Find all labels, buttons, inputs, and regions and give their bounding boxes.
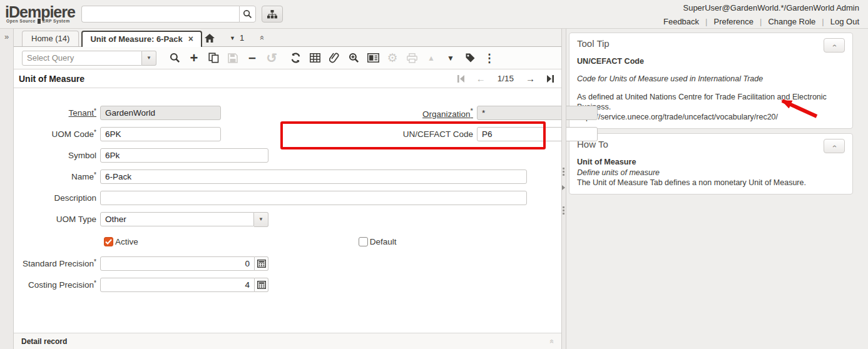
copy-record-button[interactable] [205, 50, 222, 66]
uncefact-code-field[interactable] [477, 127, 598, 141]
global-search [81, 6, 256, 23]
page-title: Unit of Measure [19, 74, 84, 84]
label-button[interactable] [462, 50, 478, 66]
attachment-button[interactable] [326, 50, 342, 66]
select-query-dropdown-button[interactable]: ▼ [142, 51, 156, 66]
east-splitter[interactable] [561, 29, 566, 349]
delete-record-button[interactable]: − [244, 50, 260, 66]
splitter-grip [563, 206, 564, 215]
undo-icon: ↺ [266, 51, 277, 66]
gear-icon: ⚙ [387, 51, 397, 65]
record-navigation: ← 1/15 → [457, 73, 554, 84]
change-role-link[interactable]: Change Role [768, 17, 815, 26]
default-checkbox[interactable] [359, 237, 368, 246]
standard-precision-label: Standard Precision* [14, 259, 100, 268]
tab-unit-of-measure[interactable]: Unit of Measure: 6-Pack × [81, 31, 202, 47]
description-field[interactable] [100, 191, 527, 205]
howto-heading: Unit of Measure [577, 157, 845, 167]
detail-collapse-icon[interactable]: » [548, 339, 556, 343]
expand-west-icon[interactable]: » [4, 32, 9, 41]
logo-title: iDempiere [5, 4, 75, 20]
symbol-label: Symbol [14, 151, 100, 160]
howto-body: The Unit of Measure Tab defines a non mo… [577, 178, 845, 188]
new-record-button[interactable]: + [186, 50, 202, 66]
calculator-icon [257, 260, 266, 268]
home-icon[interactable] [205, 34, 215, 43]
chevron-up-icon: › [830, 44, 839, 47]
howto-card: How To › Unit of Measure Define units of… [569, 133, 853, 195]
uom-type-field[interactable] [100, 212, 254, 226]
tenant-field[interactable] [100, 106, 221, 120]
more-actions-button[interactable]: ⋮ [481, 50, 498, 66]
first-record-button[interactable] [457, 75, 464, 83]
search-icon [170, 53, 180, 63]
top-header: iDempiere Open Source ERP System SuperUs… [0, 0, 868, 29]
paperclip-icon [329, 53, 339, 63]
costing-precision-calculator-button[interactable] [255, 278, 268, 292]
logout-link[interactable]: Log Out [830, 17, 859, 26]
zoom-across-button[interactable] [345, 50, 362, 66]
standard-precision-calculator-button[interactable] [255, 256, 268, 271]
global-search-input[interactable] [81, 6, 239, 23]
close-tab-icon[interactable]: × [188, 36, 193, 43]
window-content: Unit of Measure ← 1/15 → Tenant* [14, 69, 561, 349]
splitter-arrow-icon[interactable] [562, 185, 565, 190]
print-button[interactable] [404, 50, 420, 66]
report-button[interactable] [365, 50, 381, 66]
tooltip-title: Tool Tip [577, 38, 610, 49]
search-button[interactable] [239, 6, 256, 23]
save-icon [228, 53, 238, 63]
grid-toggle-button[interactable] [307, 50, 323, 66]
report-icon [367, 53, 379, 63]
next-record-button[interactable]: → [526, 73, 535, 84]
costing-precision-field[interactable] [100, 278, 255, 292]
sitemap-button[interactable] [262, 6, 283, 23]
tooltip-subtitle: Code for Units of Measure used in Intern… [577, 74, 845, 84]
record-position: 1/15 [498, 74, 514, 83]
refresh-button[interactable] [287, 50, 304, 66]
prev-arrow-icon: ← [476, 73, 486, 84]
last-record-icon [547, 75, 554, 83]
save-button[interactable] [225, 50, 241, 66]
active-checkbox[interactable] [104, 237, 113, 246]
calculator-icon [257, 281, 266, 289]
tooltip-link[interactable]: https://service.unece.org/trade/uncefact… [577, 112, 845, 122]
parent-record-button[interactable]: ▲ [423, 50, 439, 66]
uom-type-label: UOM Type [14, 215, 100, 224]
refresh-icon [290, 53, 301, 63]
plus-icon: + [190, 50, 198, 66]
dropdown-caret-icon: ▼ [258, 216, 263, 222]
caret-up-icon: ▲ [427, 54, 435, 63]
west-panel-collapsed: » [0, 29, 14, 349]
name-field[interactable] [100, 169, 527, 184]
overflow-icon: ⋮ [484, 51, 495, 65]
select-query-input[interactable] [22, 51, 142, 66]
uom-code-field[interactable] [100, 127, 221, 141]
previous-record-button[interactable]: ← [476, 73, 486, 84]
feedback-link[interactable]: Feedback [663, 17, 699, 26]
zoom-in-icon [349, 53, 359, 63]
detail-record-bar[interactable]: Detail record » [14, 333, 561, 349]
tooltip-heading: UN/CEFACT Code [577, 56, 845, 66]
detail-record-button[interactable]: ▼ [442, 50, 459, 66]
copy-icon [208, 53, 219, 63]
last-record-button[interactable] [547, 75, 554, 83]
standard-precision-field[interactable] [100, 256, 255, 271]
tooltip-card: Tool Tip › UN/CEFACT Code Code for Units… [569, 33, 853, 129]
app-logo: iDempiere Open Source ERP System [5, 4, 75, 24]
undo-button[interactable]: ↺ [263, 50, 280, 66]
tab-home[interactable]: Home (14) [22, 31, 79, 46]
tooltip-collapse-button[interactable]: › [824, 38, 845, 53]
organization-field[interactable] [477, 106, 598, 120]
find-record-button[interactable] [166, 50, 183, 66]
process-button[interactable]: ⚙ [384, 50, 401, 66]
uom-type-dropdown-button[interactable]: ▼ [254, 212, 268, 227]
preference-link[interactable]: Preference [713, 17, 753, 26]
collapse-north-icon[interactable]: » [257, 36, 266, 40]
uncefact-code-label: UN/CEFACT Code [389, 129, 477, 139]
uom-code-label: UOM Code* [14, 129, 100, 139]
window-selector[interactable]: ▼ 1 [230, 33, 244, 43]
symbol-field[interactable] [100, 148, 268, 163]
printer-icon [407, 53, 417, 63]
howto-collapse-button[interactable]: › [824, 139, 845, 153]
